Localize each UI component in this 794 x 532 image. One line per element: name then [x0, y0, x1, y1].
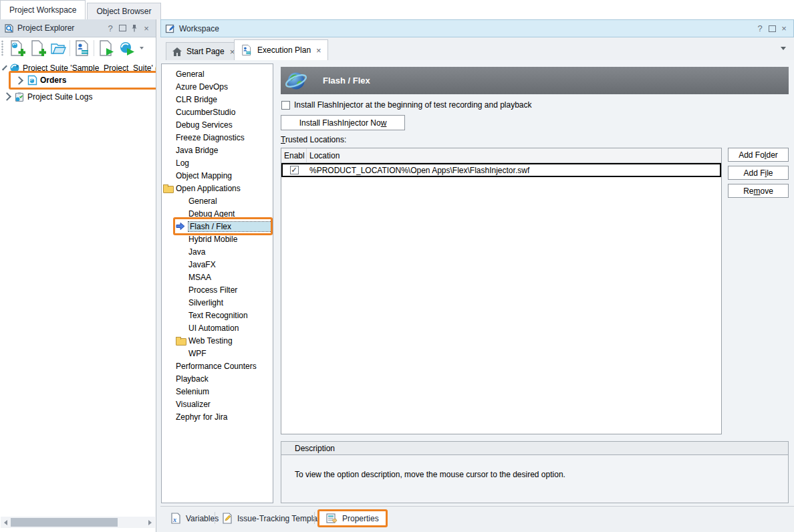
pin-button[interactable] — [129, 23, 140, 33]
tab-start-page[interactable]: Start Page × — [166, 42, 241, 60]
settings-list-item[interactable]: Flash / Flex — [162, 220, 273, 233]
toolbar-separator — [70, 40, 70, 56]
settings-list-item[interactable]: Debug Agent — [162, 207, 273, 220]
tree-item-project-suite-logs[interactable]: Project Suite Logs — [0, 90, 156, 103]
scrollbar-thumb[interactable] — [11, 518, 118, 527]
column-header-enabled[interactable]: Enabl — [281, 148, 307, 162]
settings-list-item[interactable]: Open Applications — [162, 182, 273, 194]
tab-label: Execution Plan — [257, 45, 311, 55]
project-suite-logs-icon — [14, 92, 25, 102]
description-header: Description — [281, 442, 788, 455]
tab-label: Project Workspace — [9, 5, 76, 15]
install-flashinjector-now-button[interactable]: Install FlashInjector Now — [281, 115, 405, 130]
tab-object-browser[interactable]: Object Browser — [87, 3, 160, 19]
scroll-right-arrow[interactable] — [148, 520, 152, 525]
tree-item-label: Orders — [40, 76, 66, 85]
tree-item-label: Project Suite Logs — [27, 92, 92, 102]
button-label: Install FlashInjector No — [299, 118, 381, 128]
settings-item-label: General — [188, 196, 217, 206]
settings-list-item[interactable]: CucumberStudio — [162, 106, 273, 118]
horizontal-scrollbar[interactable] — [1, 517, 155, 528]
settings-list-item[interactable]: Azure DevOps — [162, 80, 273, 93]
settings-item-label: Freeze Diagnostics — [176, 133, 245, 142]
settings-list-item[interactable]: Object Mapping — [162, 169, 273, 182]
project-icon — [27, 75, 37, 86]
tab-list-caret[interactable] — [781, 47, 786, 50]
scroll-left-arrow[interactable] — [4, 520, 7, 525]
tab-label: Properties — [342, 514, 379, 523]
open-file-icon[interactable] — [47, 39, 68, 57]
maximize-button[interactable] — [767, 23, 777, 34]
settings-list-item[interactable]: General — [162, 68, 273, 80]
arrow-icon — [176, 222, 186, 231]
settings-list-item[interactable]: Silverlight — [162, 296, 273, 309]
table-row[interactable]: ✓ %PRODUCT_LOCATION%\Open Apps\Flex\Flas… — [281, 163, 721, 177]
settings-list-item[interactable]: UI Automation — [162, 321, 273, 334]
settings-item-label: Visualizer — [176, 400, 211, 409]
settings-item-label: Web Testing — [188, 336, 233, 346]
panel-title: Project Explorer — [17, 23, 104, 33]
variables-icon: x — [170, 513, 181, 524]
tab-properties[interactable]: Properties — [317, 509, 388, 527]
settings-list-item[interactable]: Playback — [162, 372, 273, 385]
settings-item-label: Java — [188, 247, 205, 257]
svg-text:x: x — [172, 516, 176, 523]
help-button[interactable]: ? — [755, 23, 765, 34]
chevron-right-icon[interactable] — [15, 76, 23, 85]
table-header: Enabl Location — [281, 148, 721, 163]
help-button[interactable]: ? — [105, 23, 116, 33]
toolbar-options-caret[interactable] — [137, 39, 146, 57]
settings-list-item[interactable]: WPF — [162, 347, 273, 360]
settings-list-item[interactable]: Log — [162, 156, 273, 169]
settings-item-label: Java Bridge — [176, 146, 218, 155]
tree-item-orders-highlight[interactable]: Orders — [9, 71, 156, 90]
settings-item-label: MSAA — [188, 273, 211, 282]
settings-item-label: Flash / Flex — [188, 222, 271, 231]
tab-execution-plan[interactable]: Execution Plan × — [234, 39, 328, 60]
close-button[interactable]: × — [141, 23, 152, 33]
run-project-suite-icon[interactable] — [116, 39, 137, 57]
side-button[interactable]: Add File — [728, 166, 789, 180]
settings-item-label: Azure DevOps — [176, 82, 228, 92]
settings-item-label: UI Automation — [188, 323, 239, 333]
close-tab-icon[interactable]: × — [316, 45, 321, 55]
enabled-cell: ✓ — [281, 166, 307, 174]
settings-list-item[interactable]: Java — [162, 245, 273, 258]
tab-project-workspace[interactable]: Project Workspace — [0, 0, 86, 19]
settings-list-item[interactable]: Visualizer — [162, 398, 273, 410]
settings-list-item[interactable]: Freeze Diagnostics — [162, 131, 273, 144]
chevron-right-icon[interactable] — [3, 92, 11, 101]
settings-list-item[interactable]: Java Bridge — [162, 144, 273, 156]
column-header-location[interactable]: Location — [307, 148, 721, 162]
panel-title: Workspace — [179, 24, 753, 33]
maximize-button[interactable] — [117, 23, 128, 33]
add-project-suite-icon[interactable] — [6, 39, 27, 57]
run-project-icon[interactable] — [96, 39, 116, 57]
add-project-icon[interactable] — [27, 39, 47, 57]
organize-tests-icon[interactable] — [72, 39, 92, 57]
settings-list-item[interactable]: MSAA — [162, 271, 273, 283]
chevron-down-icon[interactable] — [2, 65, 7, 71]
settings-list-item[interactable]: Text Recognition — [162, 309, 273, 321]
row-checkbox[interactable]: ✓ — [290, 166, 299, 174]
settings-list-item[interactable]: JavaFX — [162, 258, 273, 271]
side-button[interactable]: Remove — [728, 184, 789, 198]
settings-list-item[interactable]: Zephyr for Jira — [162, 410, 273, 423]
close-button[interactable]: × — [779, 23, 789, 34]
toolbar-grip — [1, 40, 3, 56]
install-flashinjector-checkbox[interactable] — [281, 101, 290, 110]
tab-label: Start Page — [186, 47, 225, 56]
settings-list-item[interactable]: Performance Counters — [162, 360, 273, 372]
settings-list-item[interactable]: Process Filter — [162, 283, 273, 296]
settings-list-item[interactable]: Web Testing — [162, 334, 273, 347]
folder-icon — [176, 336, 186, 346]
settings-item-label: Process Filter — [188, 285, 237, 295]
properties-icon — [326, 513, 338, 524]
side-button[interactable]: Add Folder — [728, 148, 789, 162]
settings-item-label: Object Mapping — [176, 171, 232, 180]
settings-list-item[interactable]: CLR Bridge — [162, 93, 273, 106]
settings-list-item[interactable]: Debug Services — [162, 118, 273, 131]
settings-list-item[interactable]: General — [162, 194, 273, 207]
settings-list-item[interactable]: Hybrid Mobile — [162, 233, 273, 245]
settings-list-item[interactable]: Selenium — [162, 385, 273, 398]
